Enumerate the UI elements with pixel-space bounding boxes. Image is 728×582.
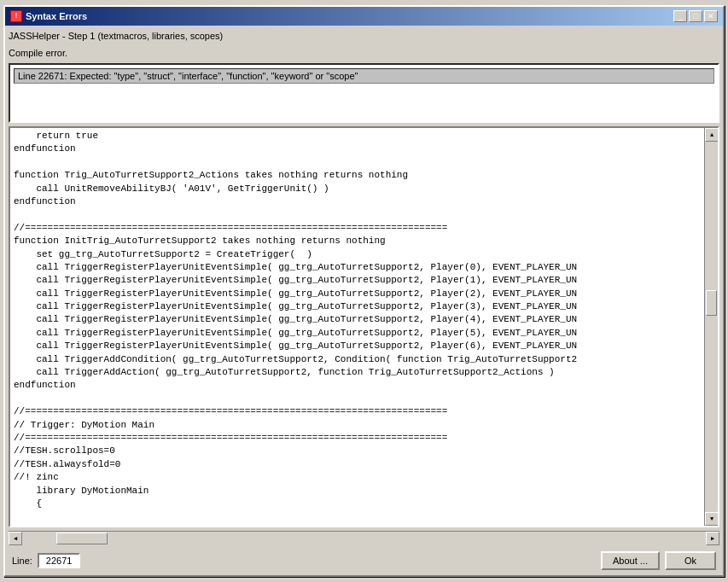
step-info: JASSHelper - Step 1 (textmacros, librari…: [9, 29, 719, 43]
horizontal-scrollbar-container: ◀ ▶: [9, 531, 719, 544]
code-scroll-area[interactable]: return true endfunction function Trig_Au…: [10, 128, 704, 526]
ok-button[interactable]: Ok: [665, 551, 716, 570]
window-icon: !: [10, 10, 22, 22]
scroll-track-h[interactable]: [22, 532, 706, 545]
compile-error-label: Compile error.: [9, 46, 719, 60]
scroll-track-v[interactable]: [705, 142, 718, 512]
scroll-thumb-h[interactable]: [56, 533, 108, 544]
line-label: Line:: [12, 556, 32, 566]
code-content: return true endfunction function Trig_Au…: [14, 130, 701, 526]
main-window: ! Syntax Errors _ □ ✕ JASSHelper - Step …: [3, 5, 725, 577]
line-indicator: Line: 22671: [12, 553, 80, 568]
bottom-bar: Line: 22671 About ... Ok: [9, 548, 719, 572]
vertical-scrollbar[interactable]: ▲ ▼: [704, 128, 718, 526]
error-message: Line 22671: Expected: "type", "struct", …: [14, 68, 714, 84]
maximize-button[interactable]: □: [689, 10, 702, 22]
error-box: Line 22671: Expected: "type", "struct", …: [9, 63, 719, 123]
scroll-thumb-v[interactable]: [706, 290, 717, 316]
title-bar: ! Syntax Errors _ □ ✕: [5, 7, 723, 26]
scroll-up-button[interactable]: ▲: [705, 128, 719, 142]
minimize-button[interactable]: _: [673, 10, 687, 22]
close-button[interactable]: ✕: [704, 10, 718, 22]
window-content: JASSHelper - Step 1 (textmacros, librari…: [5, 26, 723, 575]
title-bar-left: ! Syntax Errors: [10, 10, 87, 22]
scroll-right-button[interactable]: ▶: [706, 532, 719, 545]
line-number-box: 22671: [38, 553, 81, 568]
bottom-buttons: About ... Ok: [601, 551, 716, 570]
code-area-container: return true endfunction function Trig_Au…: [9, 126, 719, 527]
scroll-left-button[interactable]: ◀: [9, 532, 22, 545]
scroll-down-button[interactable]: ▼: [705, 512, 719, 526]
title-bar-buttons: _ □ ✕: [673, 10, 718, 22]
about-button[interactable]: About ...: [601, 551, 660, 570]
window-title: Syntax Errors: [26, 11, 87, 21]
